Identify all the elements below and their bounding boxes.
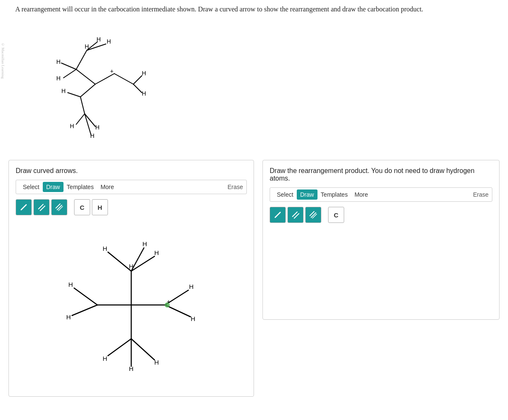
svg-text:H: H	[66, 313, 71, 321]
svg-line-1	[76, 50, 87, 69]
svg-line-5	[64, 69, 76, 78]
svg-text:H: H	[61, 88, 66, 94]
panels-container: Draw curved arrows. Select Draw Template…	[8, 160, 500, 397]
left-panel-title: Draw curved arrows.	[16, 167, 247, 175]
svg-text:+: +	[110, 68, 113, 74]
left-single-bond-button[interactable]	[16, 199, 32, 215]
right-toolbar: Select Draw Templates More Erase	[270, 187, 492, 202]
left-erase-button[interactable]: Erase	[227, 184, 243, 190]
svg-text:H: H	[95, 124, 99, 131]
right-more-button[interactable]: More	[351, 189, 371, 200]
question-text: A rearrangement will occur in the carboc…	[8, 4, 500, 14]
right-select-button[interactable]: Select	[273, 189, 297, 200]
right-canvas[interactable]	[270, 228, 492, 313]
svg-line-6	[95, 74, 114, 84]
svg-line-13	[76, 114, 85, 124]
svg-text:H: H	[56, 75, 61, 82]
svg-line-4	[61, 63, 76, 69]
right-draw-button[interactable]: Draw	[297, 189, 318, 200]
right-double-bond-button[interactable]	[287, 207, 304, 223]
svg-text:H: H	[97, 36, 101, 43]
svg-point-60	[165, 302, 170, 307]
left-more-button[interactable]: More	[97, 182, 117, 192]
svg-line-0	[76, 69, 95, 84]
svg-line-7	[114, 74, 133, 84]
svg-text:H: H	[129, 263, 134, 270]
left-draw-button[interactable]: Draw	[43, 182, 64, 192]
svg-line-61	[275, 212, 280, 217]
svg-line-39	[74, 288, 97, 305]
left-panel: Draw curved arrows. Select Draw Template…	[8, 160, 254, 397]
svg-text:H: H	[69, 281, 73, 288]
svg-line-45	[108, 339, 131, 356]
left-hydrogen-button[interactable]: H	[92, 199, 108, 215]
right-erase-button[interactable]: Erase	[473, 191, 489, 198]
left-triple-bond-button[interactable]	[51, 199, 67, 215]
right-panel-title: Draw the rearrangement product. You do n…	[270, 167, 492, 182]
svg-text:H: H	[56, 58, 61, 65]
svg-text:H: H	[85, 43, 89, 50]
left-select-button[interactable]: Select	[19, 182, 43, 192]
left-draw-tools: C H	[16, 199, 247, 215]
svg-line-10	[80, 84, 95, 97]
svg-line-40	[72, 305, 97, 316]
reference-molecule: H H H H H + H H H H H H	[21, 19, 500, 151]
svg-line-12	[80, 97, 85, 114]
svg-line-46	[131, 339, 155, 360]
right-panel: Draw the rearrangement product. You do n…	[262, 160, 500, 320]
svg-text:H: H	[70, 123, 74, 129]
svg-text:H: H	[103, 245, 108, 252]
svg-text:H: H	[155, 359, 159, 366]
svg-text:H: H	[191, 315, 196, 322]
svg-text:H: H	[107, 38, 111, 45]
left-canvas[interactable]: + H H H H H H H H H H H	[16, 220, 247, 381]
svg-text:H: H	[90, 132, 94, 139]
svg-text:H: H	[189, 283, 194, 290]
right-templates-button[interactable]: Templates	[318, 189, 351, 200]
right-triple-bond-button[interactable]	[305, 207, 321, 223]
svg-text:H: H	[129, 365, 134, 372]
page-watermark: © Macmillan Learning	[1, 42, 5, 79]
svg-line-3	[87, 44, 106, 50]
left-double-bond-button[interactable]	[33, 199, 50, 215]
left-carbon-button[interactable]: C	[74, 199, 90, 215]
svg-line-28	[21, 205, 26, 210]
left-templates-button[interactable]: Templates	[64, 182, 97, 192]
svg-line-35	[108, 252, 131, 271]
left-toolbar: Select Draw Templates More Erase	[16, 180, 247, 194]
svg-text:H: H	[103, 355, 108, 362]
right-draw-tools: C	[270, 207, 492, 223]
right-carbon-button[interactable]: C	[328, 207, 344, 223]
svg-line-11	[68, 93, 80, 97]
right-single-bond-button[interactable]	[270, 207, 286, 223]
svg-text:H: H	[142, 70, 146, 77]
svg-text:H: H	[155, 249, 159, 256]
svg-line-8	[133, 76, 142, 84]
svg-text:H: H	[143, 240, 147, 247]
svg-line-66	[312, 214, 317, 218]
svg-text:H: H	[142, 90, 146, 97]
svg-line-33	[58, 206, 63, 211]
svg-line-9	[133, 84, 142, 93]
